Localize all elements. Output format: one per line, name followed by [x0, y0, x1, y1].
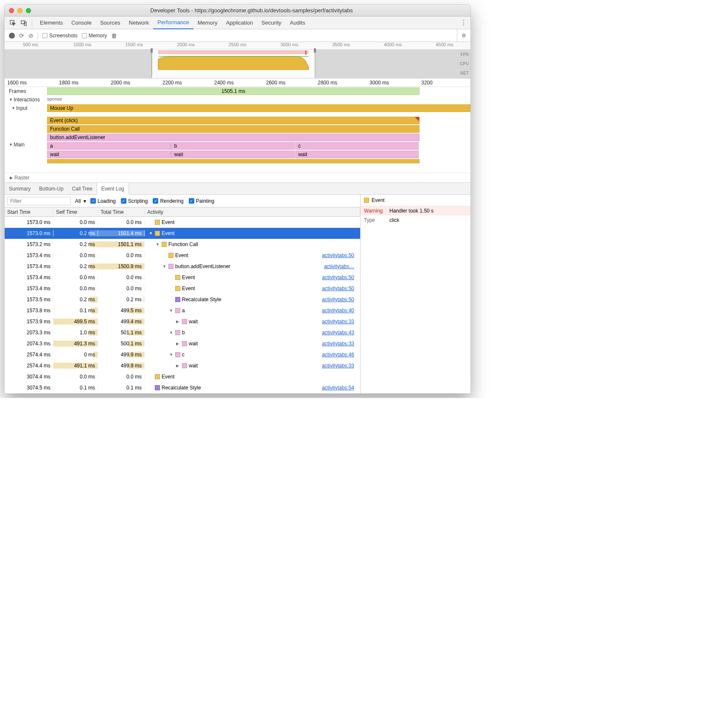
activity-swatch-icon — [182, 319, 187, 324]
record-button[interactable] — [9, 33, 15, 39]
minimize-icon[interactable] — [17, 8, 22, 13]
clear-icon[interactable]: ⊘ — [28, 32, 34, 39]
activity-swatch-icon — [155, 374, 160, 379]
filter-check-scripting[interactable]: ✓Scripting — [121, 198, 148, 204]
source-link[interactable]: activitytabs:54 — [322, 385, 358, 391]
detail-tab-call-tree[interactable]: Call Tree — [68, 183, 97, 195]
activity-swatch-icon — [175, 308, 180, 313]
interactions-track-label[interactable]: ▼Interactions — [5, 95, 47, 104]
flame-tracks[interactable]: Frames 1505.1 ms ▼Interactions sponse ▼I… — [5, 87, 470, 183]
event-log-rows: 1573.0 ms0.0 ms0.0 msEvent1573.0 ms0.2 m… — [5, 217, 360, 393]
source-link[interactable]: activitytabs:50 — [322, 274, 358, 280]
filter-check-rendering[interactable]: ✓Rendering — [153, 198, 183, 204]
activity-swatch-icon — [162, 242, 167, 247]
window-controls — [9, 8, 31, 13]
event-log-row[interactable]: 1573.8 ms0.1 ms499.5 ms▼aactivitytabs:40 — [5, 305, 360, 316]
flame-bar[interactable] — [47, 159, 420, 163]
activity-swatch-icon — [155, 231, 160, 236]
event-log-row[interactable]: 1573.0 ms0.2 ms1501.4 ms▼Event — [5, 228, 360, 239]
settings-icon[interactable]: ⚙ — [457, 29, 466, 42]
event-log-row[interactable]: 1573.4 ms0.0 ms0.0 msEventactivitytabs:5… — [5, 272, 360, 283]
filter-check-painting[interactable]: ✓Painting — [189, 198, 214, 204]
source-link[interactable]: activitytabs:50 — [322, 286, 358, 291]
bottom-pane: All ▾ ✓Loading✓Scripting✓Rendering✓Paint… — [5, 195, 470, 393]
source-link[interactable]: activitytabs:33 — [322, 363, 358, 369]
tab-sources[interactable]: Sources — [96, 17, 125, 29]
event-log-row[interactable]: 1573.4 ms0.0 ms0.0 msEventactivitytabs:5… — [5, 250, 360, 261]
source-link[interactable]: activitytabs:50 — [322, 252, 358, 258]
source-link[interactable]: activitytabs… — [324, 263, 358, 269]
flame-bar[interactable]: b — [171, 142, 295, 150]
frame-bar[interactable]: 1505.1 ms — [47, 87, 420, 95]
tab-console[interactable]: Console — [67, 17, 96, 29]
more-icon[interactable]: ⋮ — [460, 19, 467, 27]
details-pane: Event WarningHandler took 1.50 s Typecli… — [360, 195, 470, 393]
input-track-label[interactable]: ▼Input — [5, 104, 47, 112]
main-track-label[interactable]: ▼Main — [5, 117, 47, 173]
flame-bar[interactable]: wait — [47, 151, 171, 158]
event-log-row[interactable]: 1573.4 ms0.2 ms1500.9 ms▼button.addEvent… — [5, 261, 360, 272]
raster-track-label[interactable]: ▶Raster — [5, 173, 470, 181]
inspect-icon[interactable] — [8, 18, 17, 28]
source-link[interactable]: activitytabs:33 — [322, 319, 358, 325]
flame-bar[interactable]: button.addEventListener — [47, 134, 420, 141]
filter-input[interactable] — [7, 197, 71, 205]
event-log-row[interactable]: 2074.3 ms491.3 ms500.1 ms▶waitactivityta… — [5, 338, 360, 349]
zoom-icon[interactable] — [26, 8, 31, 13]
event-log-row[interactable]: 1573.4 ms0.0 ms0.0 msEventactivitytabs:5… — [5, 283, 360, 294]
tab-performance[interactable]: Performance — [153, 17, 193, 29]
overview-timeline[interactable]: 500 ms1000 ms1500 ms2000 ms2500 ms3000 m… — [5, 42, 470, 78]
event-log-row[interactable]: 1573.0 ms0.0 ms0.0 msEvent — [5, 217, 360, 228]
column-headers: Start Time Self Time Total Time Activity — [5, 207, 360, 217]
flame-bar[interactable]: wait — [171, 151, 295, 158]
flame-bar[interactable]: Function Call — [47, 125, 420, 133]
activity-swatch-icon — [182, 363, 187, 368]
screenshots-checkbox[interactable]: Screenshots — [42, 33, 78, 39]
tab-elements[interactable]: Elements — [36, 17, 67, 29]
source-link[interactable]: activitytabs:43 — [322, 330, 358, 336]
activity-swatch-icon — [168, 253, 173, 258]
flame-bar[interactable]: a — [47, 142, 171, 150]
event-log-row[interactable]: 1573.9 ms489.5 ms499.4 ms▶waitactivityta… — [5, 316, 360, 327]
event-log-row[interactable]: 1573.2 ms0.2 ms1501.1 ms▼Function Call — [5, 239, 360, 250]
window-title: Developer Tools - https://googlechrome.g… — [37, 7, 466, 14]
source-link[interactable]: activitytabs:46 — [322, 352, 358, 358]
flame-bar[interactable]: c — [295, 142, 419, 150]
activity-swatch-icon — [175, 275, 180, 280]
tab-application[interactable]: Application — [222, 17, 257, 29]
activity-swatch-icon — [175, 297, 180, 302]
tab-security[interactable]: Security — [257, 17, 285, 29]
source-link[interactable]: activitytabs:50 — [322, 297, 358, 302]
input-bar[interactable]: Mouse Up — [47, 104, 470, 112]
activity-swatch-icon — [182, 341, 187, 346]
close-icon[interactable] — [9, 8, 14, 13]
source-link[interactable]: activitytabs:40 — [322, 308, 358, 314]
detail-tabs: SummaryBottom-UpCall TreeEvent Log — [5, 183, 470, 195]
titlebar: Developer Tools - https://googlechrome.g… — [5, 5, 470, 17]
event-log-row[interactable]: 3074.5 ms0.1 ms0.1 msRecalculate Styleac… — [5, 382, 360, 393]
tab-network[interactable]: Network — [125, 17, 154, 29]
memory-checkbox[interactable]: Memory — [82, 33, 107, 39]
flame-bar[interactable]: wait — [295, 151, 419, 158]
device-toggle-icon[interactable] — [19, 18, 28, 28]
flame-bar[interactable]: Event (click) — [47, 117, 420, 124]
event-log-row[interactable]: 2574.4 ms0 ms499.9 ms▼cactivitytabs:46 — [5, 349, 360, 360]
event-swatch-icon — [364, 198, 369, 203]
activity-swatch-icon — [175, 330, 180, 335]
activity-swatch-icon — [155, 220, 160, 225]
reload-icon[interactable]: ⟳ — [19, 32, 24, 39]
tab-memory[interactable]: Memory — [193, 17, 222, 29]
time-ruler: 1600 ms1800 ms2000 ms2200 ms2400 ms2600 … — [5, 78, 470, 87]
filter-check-loading[interactable]: ✓Loading — [90, 198, 116, 204]
tab-audits[interactable]: Audits — [285, 17, 309, 29]
event-log-row[interactable]: 2073.3 ms1.0 ms501.1 ms▼bactivitytabs:43 — [5, 327, 360, 338]
event-log-row[interactable]: 2574.4 ms491.1 ms499.9 ms▶waitactivityta… — [5, 360, 360, 371]
detail-tab-bottom-up[interactable]: Bottom-Up — [35, 183, 67, 195]
event-log-row[interactable]: 3074.4 ms0.0 ms0.0 msEvent — [5, 371, 360, 382]
source-link[interactable]: activitytabs:33 — [322, 341, 358, 347]
event-log-row[interactable]: 1573.5 ms0.2 ms0.2 msRecalculate Styleac… — [5, 294, 360, 305]
detail-tab-event-log[interactable]: Event Log — [97, 183, 129, 195]
trash-icon[interactable]: 🗑 — [111, 32, 117, 39]
scope-select[interactable]: All ▾ — [75, 198, 86, 204]
detail-tab-summary[interactable]: Summary — [5, 183, 35, 195]
